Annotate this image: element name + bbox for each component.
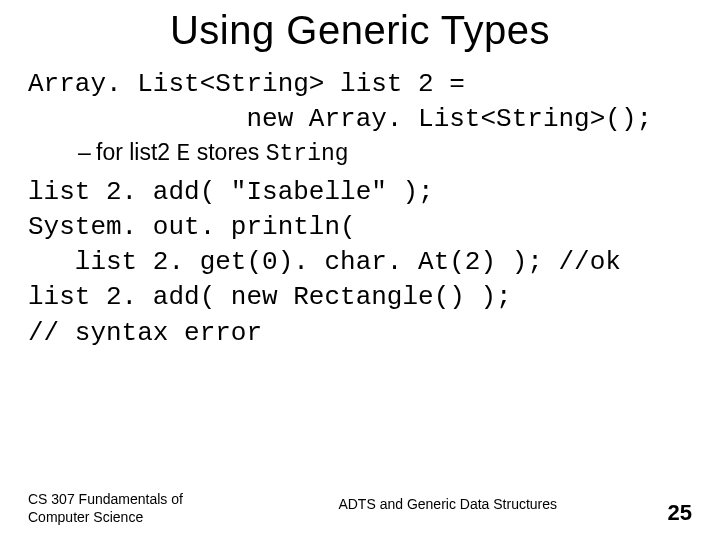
dash-icon: – (78, 139, 96, 166)
code-line-2: new Array. List<String>(); (28, 102, 692, 137)
code-line-5: list 2. get(0). char. At(2) ); //ok (28, 245, 692, 280)
footer-left: CS 307 Fundamentals of Computer Science (28, 491, 228, 526)
bullet-mono-1: E (177, 141, 191, 167)
code-line-3: list 2. add( "Isabelle" ); (28, 175, 692, 210)
slide-title: Using Generic Types (28, 8, 692, 53)
slide-footer: CS 307 Fundamentals of Computer Science … (28, 491, 692, 526)
code-line-7: // syntax error (28, 316, 692, 351)
bullet-mono-2: String (266, 141, 349, 167)
bullet-prefix: for list2 (96, 139, 177, 165)
code-line-1: Array. List<String> list 2 = (28, 67, 692, 102)
slide-number: 25 (668, 500, 692, 526)
code-line-4: System. out. println( (28, 210, 692, 245)
bullet-line: –for list2 E stores String (78, 139, 692, 167)
footer-center: ADTS and Generic Data Structures (228, 496, 668, 526)
bullet-mid: stores (190, 139, 265, 165)
code-line-6: list 2. add( new Rectangle() ); (28, 280, 692, 315)
